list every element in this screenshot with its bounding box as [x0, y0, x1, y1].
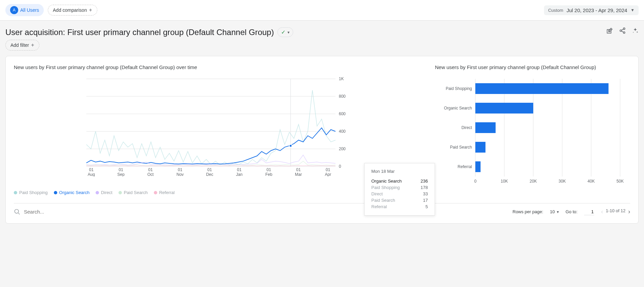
legend-dot-icon [54, 191, 57, 194]
tooltip-row-direct: Direct 33 [371, 191, 428, 197]
svg-text:Direct: Direct [462, 125, 472, 130]
page-range: 1-10 of 12 [606, 208, 625, 215]
svg-text:Referral: Referral [457, 164, 472, 169]
svg-text:800: 800 [339, 94, 346, 99]
plus-icon: + [89, 7, 92, 13]
chart-tooltip: Mon 18 Mar Organic Search 236 Paid Shopp… [364, 163, 435, 216]
table-search[interactable] [14, 209, 513, 215]
svg-point-3 [623, 32, 625, 33]
rows-per-page-select[interactable]: 10 ▾ [550, 209, 559, 214]
svg-point-58 [15, 209, 19, 213]
prev-page-button[interactable]: ‹ [601, 208, 603, 215]
svg-text:600: 600 [339, 111, 346, 116]
audience-chip[interactable]: A All Users [5, 4, 44, 16]
plus-icon: + [31, 42, 34, 48]
legend-dot-icon [154, 191, 157, 194]
legend-label: Paid Search [124, 190, 148, 195]
line-chart-legend: Paid Shopping Organic Search Direct Paid… [14, 190, 421, 195]
page-title: User acquisition: First user primary cha… [5, 28, 274, 37]
svg-text:01: 01 [296, 167, 301, 172]
add-comparison-button[interactable]: Add comparison + [48, 5, 97, 15]
pagination-arrows: ‹ 1-10 of 12 › [601, 208, 630, 215]
tooltip-row-referral: Referral 5 [371, 203, 428, 210]
customize-report-icon[interactable] [606, 27, 613, 36]
next-page-button[interactable]: › [628, 208, 630, 215]
svg-text:Paid Shopping: Paid Shopping [446, 86, 472, 91]
check-circle-icon: ✓ [281, 29, 285, 35]
charts-row: New users by First user primary channel … [14, 64, 630, 195]
line-chart-panel: New users by First user primary channel … [14, 64, 421, 195]
share-icon[interactable] [619, 27, 626, 36]
top-bar-left: A All Users Add comparison + [5, 4, 97, 16]
svg-text:Jan: Jan [236, 172, 242, 177]
svg-text:400: 400 [339, 129, 346, 134]
svg-text:Organic Search: Organic Search [444, 106, 472, 110]
legend-label: Direct [101, 190, 112, 195]
tooltip-label: Referral [371, 204, 387, 209]
svg-text:0: 0 [474, 179, 477, 184]
date-range-value: Jul 20, 2023 - Apr 29, 2024 [567, 7, 627, 13]
legend-label: Paid Shopping [19, 190, 48, 195]
legend-label: Organic Search [59, 190, 90, 195]
svg-text:0: 0 [339, 164, 341, 169]
go-to-input[interactable] [584, 209, 594, 215]
go-to-label: Go to: [566, 209, 577, 214]
date-range-picker[interactable]: Custom Jul 20, 2023 - Apr 29, 2024 ▼ [544, 5, 639, 15]
legend-organic-search[interactable]: Organic Search [54, 190, 90, 195]
tooltip-value: 5 [426, 204, 428, 209]
svg-text:40K: 40K [587, 179, 595, 184]
tooltip-value: 17 [423, 198, 428, 203]
tooltip-row-paid-search: Paid Search 17 [371, 197, 428, 203]
rows-per-page-label: Rows per page: [513, 209, 543, 214]
svg-rect-50 [475, 103, 533, 114]
svg-text:01: 01 [89, 167, 94, 172]
header-actions [606, 27, 639, 36]
insights-icon[interactable] [632, 27, 639, 36]
tooltip-label: Paid Shopping [371, 185, 400, 190]
paginator: Rows per page: 10 ▾ Go to: ‹ 1-10 of 12 … [513, 208, 631, 215]
svg-text:Oct: Oct [147, 172, 154, 177]
legend-paid-shopping[interactable]: Paid Shopping [14, 190, 48, 195]
svg-text:1K: 1K [339, 76, 344, 81]
legend-label: Referral [159, 190, 175, 195]
svg-text:Mar: Mar [295, 172, 302, 177]
svg-point-35 [289, 145, 292, 147]
line-chart[interactable]: 02004006008001K01Aug01Sep01Oct01Nov01Dec… [14, 75, 421, 177]
top-bar: A All Users Add comparison + Custom Jul … [0, 0, 644, 21]
page-title-row: User acquisition: First user primary cha… [5, 27, 293, 37]
report-status-pill[interactable]: ✓ ▾ [277, 27, 293, 37]
svg-text:Nov: Nov [176, 172, 183, 177]
svg-text:20K: 20K [530, 179, 537, 184]
svg-text:01: 01 [237, 167, 242, 172]
line-chart-area: 02004006008001K01Aug01Sep01Oct01Nov01Dec… [14, 75, 421, 187]
legend-dot-icon [14, 191, 17, 194]
svg-point-1 [623, 28, 625, 30]
bar-chart-title: New users by First user primary channel … [435, 64, 630, 70]
filter-row: Add filter + [0, 40, 644, 56]
tooltip-row-organic-search: Organic Search 236 [371, 178, 428, 184]
search-icon [14, 209, 21, 215]
svg-text:01: 01 [326, 167, 331, 172]
svg-text:Dec: Dec [206, 172, 213, 177]
legend-paid-search[interactable]: Paid Search [118, 190, 148, 195]
legend-dot-icon [96, 191, 99, 194]
svg-rect-52 [475, 122, 496, 133]
svg-text:50K: 50K [616, 179, 623, 184]
legend-dot-icon [118, 191, 122, 194]
svg-text:Feb: Feb [265, 172, 272, 177]
svg-text:Aug: Aug [88, 172, 95, 177]
svg-rect-54 [475, 142, 485, 153]
search-input[interactable] [24, 209, 125, 215]
legend-referral[interactable]: Referral [154, 190, 175, 195]
svg-text:Sep: Sep [117, 172, 125, 177]
svg-rect-48 [475, 83, 609, 94]
add-filter-button[interactable]: Add filter + [5, 40, 39, 51]
line-chart-title: New users by First user primary channel … [14, 64, 421, 70]
tooltip-value: 33 [423, 191, 428, 196]
svg-text:30K: 30K [558, 179, 566, 184]
svg-point-2 [620, 30, 622, 32]
caret-down-icon: ▼ [631, 8, 635, 12]
legend-direct[interactable]: Direct [96, 190, 112, 195]
report-card: New users by First user primary channel … [5, 56, 639, 224]
bar-chart[interactable]: 010K20K30K40K50KPaid ShoppingOrganic Sea… [435, 75, 630, 187]
